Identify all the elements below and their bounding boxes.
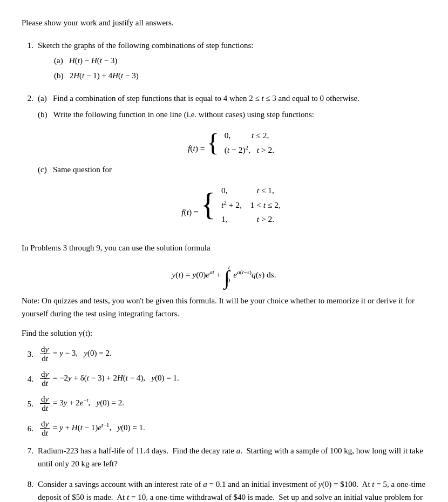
problem-8: 8. Consider a savings account with an in… [22,478,426,502]
solution-formula-intro: In Problems 3 through 9, you can use the… [22,241,426,254]
ode-5-number: 5. [22,397,33,410]
ode-4-number: 4. [22,372,33,385]
ode-3-number: 3. [22,348,33,361]
piecewise-2c: f(t) = { 0, t ≤ 1, t2 + 2, 1 < t ≤ 2, 1,… [38,184,426,227]
problem-8-number: 8. [22,478,33,502]
problem-7: 7. Radium-223 has a half-life of 11.4 da… [22,444,426,470]
problem-7-text: Radium-223 has a half-life of 11.4 days.… [38,444,426,470]
integral-formula: y(t) = y(0)eat + ∫ t 0 ea(t−s)q(s) ds. [22,263,426,287]
problem-8-text: Consider a savings account with an inter… [38,478,426,502]
solution-formula-section: In Problems 3 through 9, you can use the… [22,241,426,287]
find-solution-text: Find the solution y(t): [22,327,426,340]
problem-2c: (c) Same question for [38,163,426,176]
problem-2b: (b) Write the following function in one … [38,108,426,121]
piecewise-2b: f(t) = { 0, t ≤ 2, (t − 2)2, t > 2. [38,128,426,158]
ode-problem-5: 5. dy dt = 3y + 2e−t, y(0) = 2. [22,395,426,413]
intro-text: Please show your work and justify all an… [22,16,426,29]
ode-problem-3: 3. dy dt = y − 3, y(0) = 2. [22,345,426,363]
problem-1: 1. Sketch the graphs of the following co… [22,39,426,84]
problem-2-number: 2. [22,92,33,232]
problem-2a: (a) Find a combination of step functions… [38,92,426,105]
ode-problem-6: 6. dy dt = y + H(t − 1)et−1, y(0) = 1. [22,419,426,438]
problem-1-text: Sketch the graphs of the following combi… [38,39,254,52]
solution-note: Note: On quizzes and tests, you won't be… [22,294,426,320]
problem-2: 2. (a) Find a combination of step functi… [22,92,426,232]
ode-6-number: 6. [22,422,33,435]
ode-problem-4: 4. dy dt = −2y + δ(t − 3) + 2H(t − 4), y… [22,370,426,388]
problem-1b: (b) 2H(t − 1) + 4H(t − 3) [54,69,254,82]
problem-1a: (a) H(t) − H(t − 3) [54,54,254,67]
problem-7-number: 7. [22,444,33,470]
problem-1-number: 1. [22,39,33,84]
